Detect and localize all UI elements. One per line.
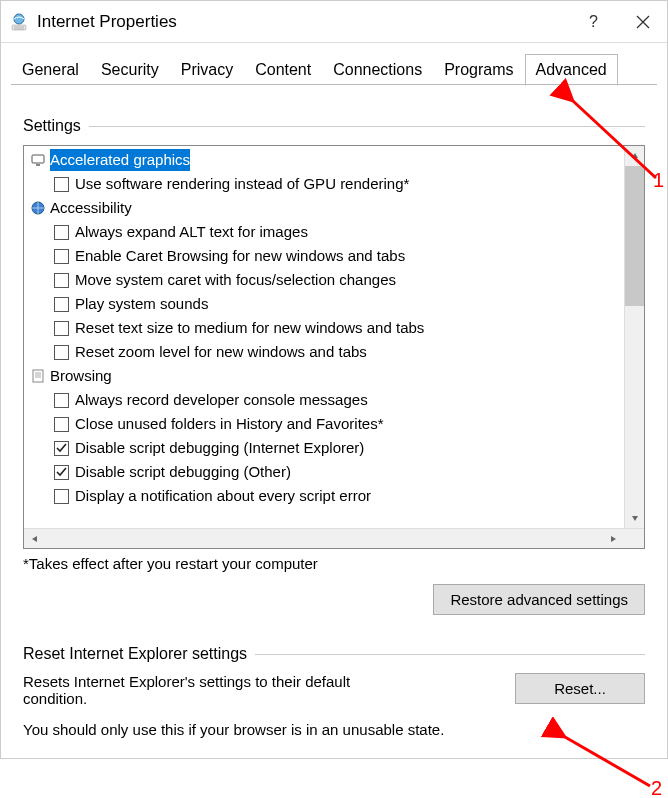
settings-tree[interactable]: Accelerated graphicsUse software renderi… bbox=[23, 145, 645, 549]
tabstrip: GeneralSecurityPrivacyContentConnections… bbox=[1, 43, 667, 85]
annotation-label-2: 2 bbox=[651, 777, 662, 798]
svg-point-0 bbox=[14, 14, 24, 24]
vertical-scrollbar[interactable] bbox=[624, 146, 644, 528]
tree-category[interactable]: Accelerated graphics bbox=[24, 148, 644, 172]
dialog-window: Internet Properties ? GeneralSecurityPri… bbox=[0, 0, 668, 759]
reset-description: Resets Internet Explorer's settings to t… bbox=[23, 673, 383, 707]
tree-item[interactable]: Enable Caret Browsing for new windows an… bbox=[24, 244, 644, 268]
tree-item[interactable]: Always record developer console messages bbox=[24, 388, 644, 412]
reset-group-label: Reset Internet Explorer settings bbox=[23, 645, 247, 663]
divider bbox=[89, 126, 645, 127]
tree-item-label: Move system caret with focus/selection c… bbox=[75, 268, 396, 292]
scroll-up-arrow[interactable] bbox=[625, 146, 644, 166]
scroll-thumb[interactable] bbox=[625, 166, 644, 306]
tree-item[interactable]: Reset zoom level for new windows and tab… bbox=[24, 340, 644, 364]
tree-item-label: Enable Caret Browsing for new windows an… bbox=[75, 244, 405, 268]
tab-privacy[interactable]: Privacy bbox=[170, 54, 244, 86]
tree-item-label: Display a notification about every scrip… bbox=[75, 484, 371, 508]
checkbox[interactable] bbox=[54, 393, 69, 408]
help-button[interactable]: ? bbox=[585, 12, 605, 32]
svg-rect-8 bbox=[36, 164, 40, 166]
settings-group: Settings Accelerated graphicsUse softwar… bbox=[23, 105, 645, 615]
restart-note: *Takes effect after you restart your com… bbox=[23, 555, 645, 572]
tree-category-label: Accessibility bbox=[50, 197, 132, 219]
horizontal-scrollbar[interactable] bbox=[24, 528, 644, 548]
reset-group: Reset Internet Explorer settings Resets … bbox=[23, 633, 645, 738]
tree-item[interactable]: Reset text size to medium for new window… bbox=[24, 316, 644, 340]
scroll-down-arrow[interactable] bbox=[625, 508, 644, 528]
checkbox[interactable] bbox=[54, 297, 69, 312]
tree-item-label: Use software rendering instead of GPU re… bbox=[75, 172, 409, 196]
svg-rect-7 bbox=[32, 155, 44, 163]
checkbox[interactable] bbox=[54, 417, 69, 432]
tree-item[interactable]: Move system caret with focus/selection c… bbox=[24, 268, 644, 292]
scroll-left-arrow[interactable] bbox=[24, 529, 46, 548]
tree-item[interactable]: Play system sounds bbox=[24, 292, 644, 316]
scroll-right-arrow[interactable] bbox=[602, 529, 624, 548]
restore-advanced-button[interactable]: Restore advanced settings bbox=[433, 584, 645, 615]
titlebar: Internet Properties ? bbox=[1, 1, 667, 43]
checkbox[interactable] bbox=[54, 321, 69, 336]
checkbox[interactable] bbox=[54, 225, 69, 240]
checkbox[interactable] bbox=[54, 465, 69, 480]
tree-item[interactable]: Disable script debugging (Other) bbox=[24, 460, 644, 484]
tree-item[interactable]: Always expand ALT text for images bbox=[24, 220, 644, 244]
checkbox[interactable] bbox=[54, 441, 69, 456]
checkbox[interactable] bbox=[54, 249, 69, 264]
annotation-label-1: 1 bbox=[653, 169, 664, 192]
tree-item-label: Always expand ALT text for images bbox=[75, 220, 308, 244]
tree-item[interactable]: Close unused folders in History and Favo… bbox=[24, 412, 644, 436]
tree-category-label: Accelerated graphics bbox=[50, 149, 190, 171]
tab-security[interactable]: Security bbox=[90, 54, 170, 86]
tab-content[interactable]: Content bbox=[244, 54, 322, 86]
reset-button[interactable]: Reset... bbox=[515, 673, 645, 704]
window-title: Internet Properties bbox=[37, 12, 585, 32]
svg-rect-10 bbox=[33, 370, 43, 382]
tree-item[interactable]: Display a notification about every scrip… bbox=[24, 484, 644, 508]
tree-item-label: Always record developer console messages bbox=[75, 388, 368, 412]
page-icon bbox=[30, 368, 46, 384]
tree-item-label: Play system sounds bbox=[75, 292, 208, 316]
checkbox[interactable] bbox=[54, 177, 69, 192]
svg-text:?: ? bbox=[589, 14, 598, 30]
tree-item-label: Reset text size to medium for new window… bbox=[75, 316, 424, 340]
tree-item[interactable]: Use software rendering instead of GPU re… bbox=[24, 172, 644, 196]
checkbox[interactable] bbox=[54, 345, 69, 360]
dialog-content: Settings Accelerated graphicsUse softwar… bbox=[1, 85, 667, 758]
tree-category-label: Browsing bbox=[50, 365, 112, 387]
tree-category[interactable]: Accessibility bbox=[24, 196, 644, 220]
ie-settings-icon bbox=[9, 12, 29, 32]
tree-item-label: Close unused folders in History and Favo… bbox=[75, 412, 383, 436]
scroll-corner bbox=[624, 529, 644, 548]
tab-programs[interactable]: Programs bbox=[433, 54, 524, 86]
tree-item-label: Disable script debugging (Other) bbox=[75, 460, 291, 484]
tab-advanced[interactable]: Advanced bbox=[525, 54, 618, 86]
tree-item[interactable]: Disable script debugging (Internet Explo… bbox=[24, 436, 644, 460]
settings-tree-body: Accelerated graphicsUse software renderi… bbox=[24, 146, 644, 510]
tree-category[interactable]: Browsing bbox=[24, 364, 644, 388]
globe-icon bbox=[30, 200, 46, 216]
tab-general[interactable]: General bbox=[11, 54, 90, 86]
checkbox[interactable] bbox=[54, 273, 69, 288]
tab-connections[interactable]: Connections bbox=[322, 54, 433, 86]
monitor-icon bbox=[30, 152, 46, 168]
checkbox[interactable] bbox=[54, 489, 69, 504]
tree-item-label: Disable script debugging (Internet Explo… bbox=[75, 436, 364, 460]
tree-item-label: Reset zoom level for new windows and tab… bbox=[75, 340, 367, 364]
close-button[interactable] bbox=[633, 12, 653, 32]
reset-caution: You should only use this if your browser… bbox=[23, 721, 645, 738]
settings-group-label: Settings bbox=[23, 117, 81, 135]
divider bbox=[255, 654, 645, 655]
